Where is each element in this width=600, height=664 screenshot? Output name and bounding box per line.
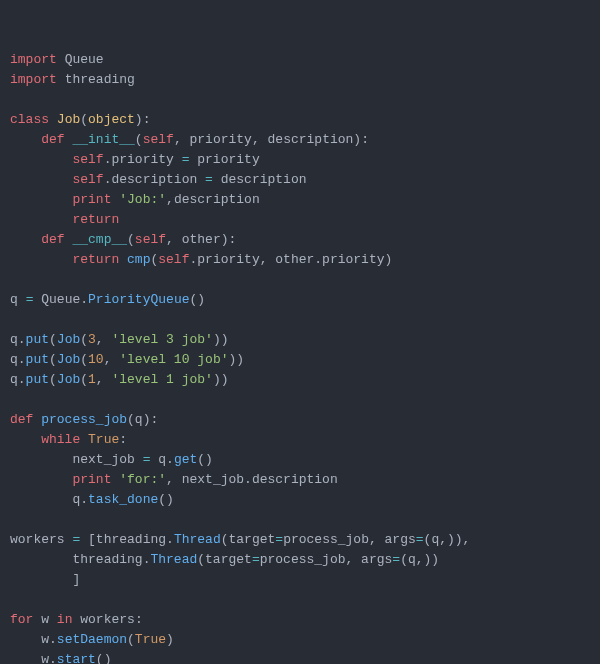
var: w: [41, 612, 49, 627]
def-kw: def: [41, 232, 64, 247]
string-literal: 'for:': [119, 472, 166, 487]
string-literal: 'level 3 job': [111, 332, 212, 347]
while-kw: while: [41, 432, 80, 447]
function-name: process_job: [41, 412, 127, 427]
print-kw: print: [72, 192, 111, 207]
var: next_job: [72, 452, 134, 467]
param: q: [135, 412, 143, 427]
param: description: [268, 132, 354, 147]
def-kw: def: [10, 412, 33, 427]
module-name: Queue: [65, 52, 104, 67]
method-name: __init__: [72, 132, 134, 147]
var: workers: [10, 532, 65, 547]
param: priority: [190, 132, 252, 147]
var: next_job.description: [182, 472, 338, 487]
def-kw: def: [41, 132, 64, 147]
method-name: __cmp__: [72, 232, 127, 247]
class-name: Job: [57, 112, 80, 127]
code-block: import Queue import threading class Job(…: [10, 50, 590, 664]
var: description: [174, 192, 260, 207]
number: 10: [88, 352, 104, 367]
import-kw: import: [10, 52, 57, 67]
import-kw: import: [10, 72, 57, 87]
number: 1: [88, 372, 96, 387]
param: self: [143, 132, 174, 147]
param: other: [182, 232, 221, 247]
var: workers: [80, 612, 135, 627]
return-kw: return: [72, 212, 119, 227]
module-name: threading: [65, 72, 135, 87]
return-kw: return: [72, 252, 119, 267]
string-literal: 'level 1 job': [111, 372, 212, 387]
number: 3: [88, 332, 96, 347]
bool: True: [135, 632, 166, 647]
string-literal: 'Job:': [119, 192, 166, 207]
string-literal: 'level 10 job': [119, 352, 228, 367]
in-kw: in: [57, 612, 73, 627]
bool: True: [88, 432, 119, 447]
for-kw: for: [10, 612, 33, 627]
class-kw: class: [10, 112, 49, 127]
base-class: object: [88, 112, 135, 127]
param: self: [135, 232, 166, 247]
print-kw: print: [72, 472, 111, 487]
var: q: [10, 292, 18, 307]
